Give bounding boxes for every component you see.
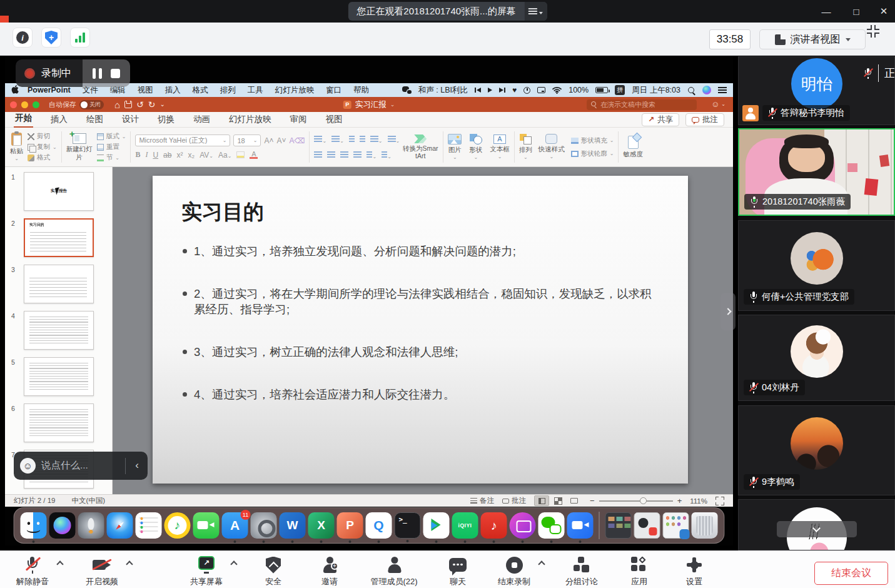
dock-window-3-icon[interactable] [663, 512, 689, 539]
chevron-up-icon[interactable] [230, 560, 237, 567]
apps-button[interactable]: 应用 [631, 555, 647, 587]
previous-track-icon[interactable] [475, 88, 481, 93]
insert-textbox-button[interactable]: A文本框⌄ [490, 134, 510, 160]
normal-view-button[interactable] [534, 495, 549, 506]
menu-window[interactable]: 窗口 [326, 85, 341, 96]
numbering-button[interactable]: ⌄ [331, 134, 344, 145]
participant-tile-zhangyuwei-video[interactable]: 20181201740张雨薇 [738, 128, 895, 216]
change-case-button[interactable]: Aa⌄ [218, 151, 231, 160]
thumbnail-preview[interactable] [24, 403, 94, 442]
presentation-search-input[interactable]: 在演示文稿中搜索 [587, 99, 697, 110]
slide-thumbnail-4[interactable]: 4 [5, 311, 112, 350]
chat-quick-input[interactable]: ☺ 说点什么... ‹ [14, 452, 148, 480]
minimize-traffic-light[interactable] [21, 101, 28, 108]
menubar-app-name[interactable]: PowerPoint [28, 86, 71, 94]
insert-shape-button[interactable]: 形状⌄ [469, 134, 482, 160]
dock-facetime-icon[interactable] [193, 512, 220, 539]
slide-thumbnail-5[interactable]: 5 [5, 357, 112, 396]
format-painter-button[interactable]: 格式 [28, 153, 57, 162]
menu-arrange[interactable]: 排列 [220, 85, 236, 96]
slideshow-view-button[interactable] [567, 495, 582, 506]
convert-to-smartart-button[interactable]: 转换为SmartArt [402, 134, 438, 160]
dock-qq-browser-icon[interactable]: Q [366, 512, 392, 539]
input-method-icon[interactable]: 拼 [615, 85, 625, 95]
dock-safari-icon[interactable] [107, 512, 133, 539]
chat-input-placeholder[interactable]: 说点什么... [41, 459, 119, 472]
tab-draw[interactable]: 绘图 [85, 112, 104, 128]
section-button[interactable]: 节⌄ [97, 153, 126, 162]
pause-recording-button[interactable] [93, 68, 102, 79]
text-direction-button[interactable]: ⌄ [367, 150, 377, 161]
menu-format[interactable]: 格式 [193, 85, 208, 96]
thumbnail-preview[interactable]: 实习目的 [24, 218, 94, 257]
next-track-icon[interactable] [499, 88, 505, 93]
participant-tile-heqian[interactable]: 何倩+公共管理党支部 [738, 220, 895, 311]
align-right-button[interactable] [340, 150, 348, 161]
stop-recording-button[interactable]: 结束录制 [498, 555, 530, 587]
justify-button[interactable] [353, 150, 362, 161]
heart-icon[interactable]: ♥ [512, 86, 517, 94]
paste-button[interactable]: 粘贴⌄ [10, 133, 23, 161]
scroll-participants-down-button[interactable] [777, 521, 857, 537]
protection-button[interactable]: + [41, 28, 61, 48]
share-screen-button[interactable]: ↗ 共享屏幕 [190, 555, 223, 587]
redo-icon[interactable]: ↻ [148, 100, 156, 109]
sensitivity-button[interactable]: 敏感度 [623, 136, 643, 158]
dock-siri-icon[interactable] [49, 512, 76, 539]
menubar-datetime[interactable]: 周日 上午8:03 [632, 85, 680, 96]
chevron-up-icon[interactable] [538, 560, 545, 567]
new-slide-button[interactable]: 新建幻灯片 [66, 133, 93, 160]
shrink-font-button[interactable]: A˅ [276, 136, 286, 145]
participant-tile-liulindan[interactable]: 04刘林丹 [738, 315, 895, 401]
copy-button[interactable]: 复制⌄ [28, 143, 57, 151]
dock-finder-icon[interactable] [21, 512, 47, 539]
tab-view[interactable]: 视图 [325, 112, 344, 128]
dock-terminal-icon[interactable]: >_ [395, 512, 421, 539]
close-button[interactable]: ✕ [877, 5, 891, 18]
dock-tencent-video-icon[interactable] [423, 512, 450, 539]
dock-iqiyi-icon[interactable]: iQIYI [452, 512, 478, 539]
thumbnail-preview[interactable] [24, 357, 94, 396]
tab-design[interactable]: 设计 [121, 112, 140, 128]
layout-button[interactable]: 版式⌄ [97, 132, 126, 141]
align-text-button[interactable]: ⌄ [382, 150, 392, 161]
menu-insert[interactable]: 插入 [165, 85, 181, 96]
arrange-button[interactable]: 排列⌄ [519, 134, 532, 160]
reset-button[interactable]: 重置 [97, 143, 126, 151]
decrease-indent-button[interactable] [349, 134, 355, 145]
undo-icon[interactable]: ↺ [136, 100, 144, 109]
menu-help[interactable]: 帮助 [353, 85, 369, 96]
tab-home[interactable]: 开始 [14, 111, 33, 128]
dock-netease-music-icon[interactable]: ♪ [481, 512, 507, 539]
stop-recording-button[interactable] [111, 69, 120, 78]
comments-button[interactable]: 批注 [685, 113, 724, 126]
autosave-toggle[interactable]: 自动保存 关闭 [49, 100, 104, 109]
slide-thumbnail-3[interactable]: 3 [5, 265, 112, 303]
maximize-button[interactable]: □ [849, 5, 863, 18]
thumbnail-preview[interactable] [24, 311, 94, 350]
chat-button[interactable]: 聊天 [449, 555, 467, 587]
close-traffic-light[interactable] [10, 101, 17, 108]
save-icon[interactable] [124, 101, 132, 108]
cut-button[interactable]: 剪切 [28, 132, 57, 141]
fullscreen-button[interactable] [873, 31, 891, 49]
manage-members-button[interactable]: 管理成员(22) [370, 555, 417, 587]
zoom-out-button[interactable]: − [590, 496, 595, 505]
collapse-chat-icon[interactable]: ‹ [131, 459, 141, 473]
screen-list-icon[interactable] [525, 2, 547, 21]
align-left-button[interactable] [314, 150, 322, 161]
clear-formatting-button[interactable]: A⌫ [289, 136, 305, 145]
chevron-up-icon[interactable] [56, 560, 63, 567]
dock-trash-icon[interactable] [692, 512, 718, 539]
shape-outline-button[interactable]: 形状轮廓⌄ [571, 150, 614, 158]
dock-app-store-icon[interactable]: A11 [222, 512, 248, 539]
slide-thumbnail-6[interactable]: 6 [5, 403, 112, 442]
invite-button[interactable]: + 邀请 [321, 555, 338, 587]
customize-toolbar-icon[interactable]: ⌄ [160, 101, 165, 108]
wifi-icon[interactable] [552, 86, 562, 94]
chevron-up-icon[interactable] [126, 560, 133, 567]
tab-transitions[interactable]: 切换 [156, 112, 176, 128]
columns-button[interactable]: ⌄ [388, 134, 400, 145]
slide-thumbnail-2[interactable]: 2实习目的 [5, 218, 112, 257]
start-video-button[interactable]: 开启视频 [86, 555, 118, 587]
